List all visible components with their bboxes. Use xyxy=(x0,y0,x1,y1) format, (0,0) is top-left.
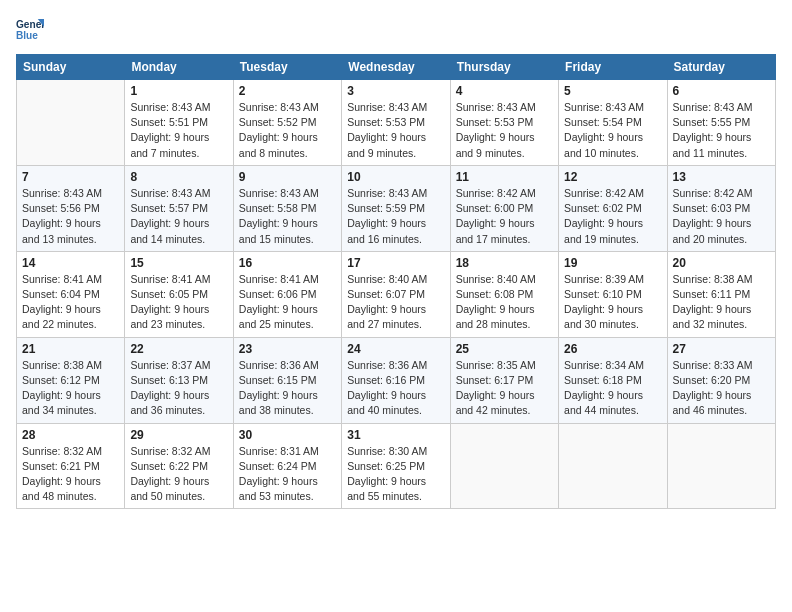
day-number: 16 xyxy=(239,256,336,270)
day-info: Sunrise: 8:43 AMSunset: 5:52 PMDaylight:… xyxy=(239,100,336,161)
calendar-cell: 30Sunrise: 8:31 AMSunset: 6:24 PMDayligh… xyxy=(233,423,341,509)
calendar-cell: 5Sunrise: 8:43 AMSunset: 5:54 PMDaylight… xyxy=(559,80,667,166)
day-info: Sunrise: 8:31 AMSunset: 6:24 PMDaylight:… xyxy=(239,444,336,505)
calendar-week-row: 21Sunrise: 8:38 AMSunset: 6:12 PMDayligh… xyxy=(17,337,776,423)
calendar-header-tuesday: Tuesday xyxy=(233,55,341,80)
calendar-cell: 31Sunrise: 8:30 AMSunset: 6:25 PMDayligh… xyxy=(342,423,450,509)
calendar-cell: 25Sunrise: 8:35 AMSunset: 6:17 PMDayligh… xyxy=(450,337,558,423)
calendar-header-row: SundayMondayTuesdayWednesdayThursdayFrid… xyxy=(17,55,776,80)
day-number: 15 xyxy=(130,256,227,270)
day-number: 20 xyxy=(673,256,770,270)
day-number: 6 xyxy=(673,84,770,98)
calendar-cell: 28Sunrise: 8:32 AMSunset: 6:21 PMDayligh… xyxy=(17,423,125,509)
calendar-header-friday: Friday xyxy=(559,55,667,80)
calendar-cell xyxy=(450,423,558,509)
day-number: 7 xyxy=(22,170,119,184)
day-info: Sunrise: 8:33 AMSunset: 6:20 PMDaylight:… xyxy=(673,358,770,419)
calendar-cell: 18Sunrise: 8:40 AMSunset: 6:08 PMDayligh… xyxy=(450,251,558,337)
calendar-table: SundayMondayTuesdayWednesdayThursdayFrid… xyxy=(16,54,776,509)
day-info: Sunrise: 8:43 AMSunset: 5:57 PMDaylight:… xyxy=(130,186,227,247)
calendar-cell: 19Sunrise: 8:39 AMSunset: 6:10 PMDayligh… xyxy=(559,251,667,337)
day-info: Sunrise: 8:32 AMSunset: 6:22 PMDaylight:… xyxy=(130,444,227,505)
day-number: 5 xyxy=(564,84,661,98)
calendar-cell: 13Sunrise: 8:42 AMSunset: 6:03 PMDayligh… xyxy=(667,165,775,251)
calendar-cell: 10Sunrise: 8:43 AMSunset: 5:59 PMDayligh… xyxy=(342,165,450,251)
day-info: Sunrise: 8:30 AMSunset: 6:25 PMDaylight:… xyxy=(347,444,444,505)
calendar-week-row: 1Sunrise: 8:43 AMSunset: 5:51 PMDaylight… xyxy=(17,80,776,166)
day-number: 27 xyxy=(673,342,770,356)
calendar-cell: 6Sunrise: 8:43 AMSunset: 5:55 PMDaylight… xyxy=(667,80,775,166)
day-number: 26 xyxy=(564,342,661,356)
calendar-cell: 24Sunrise: 8:36 AMSunset: 6:16 PMDayligh… xyxy=(342,337,450,423)
day-number: 10 xyxy=(347,170,444,184)
day-number: 30 xyxy=(239,428,336,442)
calendar-cell xyxy=(667,423,775,509)
day-number: 13 xyxy=(673,170,770,184)
day-number: 2 xyxy=(239,84,336,98)
day-number: 18 xyxy=(456,256,553,270)
calendar-header-saturday: Saturday xyxy=(667,55,775,80)
day-info: Sunrise: 8:43 AMSunset: 5:54 PMDaylight:… xyxy=(564,100,661,161)
day-info: Sunrise: 8:42 AMSunset: 6:03 PMDaylight:… xyxy=(673,186,770,247)
calendar-week-row: 7Sunrise: 8:43 AMSunset: 5:56 PMDaylight… xyxy=(17,165,776,251)
calendar-week-row: 28Sunrise: 8:32 AMSunset: 6:21 PMDayligh… xyxy=(17,423,776,509)
calendar-cell: 11Sunrise: 8:42 AMSunset: 6:00 PMDayligh… xyxy=(450,165,558,251)
calendar-cell: 27Sunrise: 8:33 AMSunset: 6:20 PMDayligh… xyxy=(667,337,775,423)
calendar-cell: 3Sunrise: 8:43 AMSunset: 5:53 PMDaylight… xyxy=(342,80,450,166)
calendar-cell: 26Sunrise: 8:34 AMSunset: 6:18 PMDayligh… xyxy=(559,337,667,423)
day-info: Sunrise: 8:42 AMSunset: 6:00 PMDaylight:… xyxy=(456,186,553,247)
day-info: Sunrise: 8:38 AMSunset: 6:12 PMDaylight:… xyxy=(22,358,119,419)
calendar-cell: 1Sunrise: 8:43 AMSunset: 5:51 PMDaylight… xyxy=(125,80,233,166)
day-number: 28 xyxy=(22,428,119,442)
day-info: Sunrise: 8:43 AMSunset: 5:58 PMDaylight:… xyxy=(239,186,336,247)
day-number: 3 xyxy=(347,84,444,98)
calendar-cell: 17Sunrise: 8:40 AMSunset: 6:07 PMDayligh… xyxy=(342,251,450,337)
day-info: Sunrise: 8:39 AMSunset: 6:10 PMDaylight:… xyxy=(564,272,661,333)
day-info: Sunrise: 8:36 AMSunset: 6:16 PMDaylight:… xyxy=(347,358,444,419)
calendar-header-monday: Monday xyxy=(125,55,233,80)
day-number: 29 xyxy=(130,428,227,442)
logo: General Blue xyxy=(16,16,50,44)
day-info: Sunrise: 8:35 AMSunset: 6:17 PMDaylight:… xyxy=(456,358,553,419)
calendar-cell: 7Sunrise: 8:43 AMSunset: 5:56 PMDaylight… xyxy=(17,165,125,251)
day-number: 8 xyxy=(130,170,227,184)
calendar-cell: 21Sunrise: 8:38 AMSunset: 6:12 PMDayligh… xyxy=(17,337,125,423)
day-info: Sunrise: 8:43 AMSunset: 5:59 PMDaylight:… xyxy=(347,186,444,247)
calendar-cell: 29Sunrise: 8:32 AMSunset: 6:22 PMDayligh… xyxy=(125,423,233,509)
calendar-cell: 14Sunrise: 8:41 AMSunset: 6:04 PMDayligh… xyxy=(17,251,125,337)
header: General Blue xyxy=(16,16,776,44)
day-info: Sunrise: 8:41 AMSunset: 6:06 PMDaylight:… xyxy=(239,272,336,333)
day-number: 22 xyxy=(130,342,227,356)
day-number: 17 xyxy=(347,256,444,270)
day-number: 24 xyxy=(347,342,444,356)
day-number: 19 xyxy=(564,256,661,270)
calendar-cell xyxy=(17,80,125,166)
calendar-cell: 9Sunrise: 8:43 AMSunset: 5:58 PMDaylight… xyxy=(233,165,341,251)
logo-icon: General Blue xyxy=(16,16,44,44)
calendar-cell: 8Sunrise: 8:43 AMSunset: 5:57 PMDaylight… xyxy=(125,165,233,251)
day-info: Sunrise: 8:38 AMSunset: 6:11 PMDaylight:… xyxy=(673,272,770,333)
day-info: Sunrise: 8:43 AMSunset: 5:51 PMDaylight:… xyxy=(130,100,227,161)
day-number: 11 xyxy=(456,170,553,184)
svg-text:Blue: Blue xyxy=(16,30,38,41)
day-info: Sunrise: 8:37 AMSunset: 6:13 PMDaylight:… xyxy=(130,358,227,419)
day-number: 12 xyxy=(564,170,661,184)
day-info: Sunrise: 8:41 AMSunset: 6:04 PMDaylight:… xyxy=(22,272,119,333)
calendar-cell: 20Sunrise: 8:38 AMSunset: 6:11 PMDayligh… xyxy=(667,251,775,337)
calendar-header-sunday: Sunday xyxy=(17,55,125,80)
calendar-header-thursday: Thursday xyxy=(450,55,558,80)
calendar-cell: 12Sunrise: 8:42 AMSunset: 6:02 PMDayligh… xyxy=(559,165,667,251)
day-info: Sunrise: 8:34 AMSunset: 6:18 PMDaylight:… xyxy=(564,358,661,419)
calendar-cell: 15Sunrise: 8:41 AMSunset: 6:05 PMDayligh… xyxy=(125,251,233,337)
calendar-cell: 23Sunrise: 8:36 AMSunset: 6:15 PMDayligh… xyxy=(233,337,341,423)
calendar-header-wednesday: Wednesday xyxy=(342,55,450,80)
day-info: Sunrise: 8:41 AMSunset: 6:05 PMDaylight:… xyxy=(130,272,227,333)
day-info: Sunrise: 8:32 AMSunset: 6:21 PMDaylight:… xyxy=(22,444,119,505)
calendar-week-row: 14Sunrise: 8:41 AMSunset: 6:04 PMDayligh… xyxy=(17,251,776,337)
day-number: 21 xyxy=(22,342,119,356)
day-info: Sunrise: 8:43 AMSunset: 5:56 PMDaylight:… xyxy=(22,186,119,247)
calendar-cell: 22Sunrise: 8:37 AMSunset: 6:13 PMDayligh… xyxy=(125,337,233,423)
calendar-cell: 4Sunrise: 8:43 AMSunset: 5:53 PMDaylight… xyxy=(450,80,558,166)
calendar-page: General Blue SundayMondayTuesdayWednesda… xyxy=(0,0,792,612)
day-number: 4 xyxy=(456,84,553,98)
